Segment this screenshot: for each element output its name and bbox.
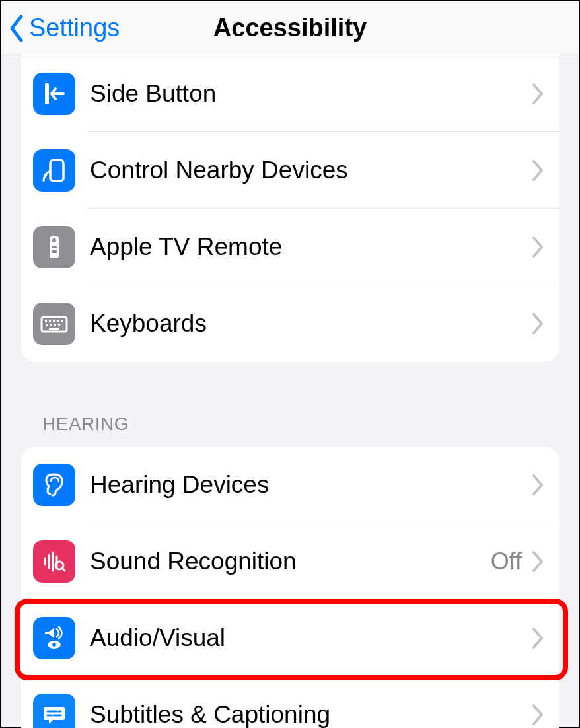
ear-icon bbox=[33, 464, 75, 506]
row-side-button[interactable]: Side Button bbox=[21, 55, 559, 132]
svg-rect-1 bbox=[50, 160, 63, 181]
svg-rect-10 bbox=[57, 320, 59, 322]
back-button[interactable]: Settings bbox=[1, 14, 120, 42]
chevron-right-icon bbox=[531, 312, 544, 335]
svg-point-24 bbox=[52, 643, 56, 647]
back-label: Settings bbox=[29, 14, 120, 42]
svg-line-22 bbox=[62, 568, 65, 571]
row-label: Control Nearby Devices bbox=[90, 157, 531, 184]
chevron-right-icon bbox=[531, 704, 544, 726]
settings-group-physical: Side Button Control Nearby Devices bbox=[21, 55, 559, 362]
row-label: Side Button bbox=[90, 80, 531, 108]
subtitles-icon bbox=[33, 694, 75, 728]
row-subtitles-captioning[interactable]: Subtitles & Captioning bbox=[21, 676, 559, 728]
row-label: Apple TV Remote bbox=[90, 233, 531, 261]
nearby-devices-icon bbox=[33, 149, 75, 192]
row-apple-tv-remote[interactable]: Apple TV Remote bbox=[21, 209, 559, 285]
chevron-right-icon bbox=[531, 83, 544, 105]
chevron-right-icon bbox=[531, 550, 544, 573]
audio-visual-icon bbox=[33, 617, 75, 659]
chevron-left-icon bbox=[8, 15, 25, 42]
svg-rect-16 bbox=[49, 328, 59, 330]
row-audio-visual[interactable]: Audio/Visual bbox=[21, 600, 559, 676]
row-value: Off bbox=[491, 548, 522, 575]
svg-rect-14 bbox=[54, 324, 56, 326]
svg-rect-8 bbox=[49, 320, 51, 322]
svg-rect-7 bbox=[45, 320, 47, 322]
row-label: Keyboards bbox=[90, 310, 531, 338]
svg-rect-4 bbox=[52, 246, 57, 248]
svg-point-3 bbox=[52, 238, 56, 242]
tv-remote-icon bbox=[33, 226, 75, 268]
row-label: Audio/Visual bbox=[90, 624, 531, 652]
svg-rect-9 bbox=[53, 320, 55, 322]
section-header-hearing: HEARING bbox=[1, 362, 579, 447]
svg-rect-15 bbox=[58, 324, 60, 326]
nav-bar: Settings Accessibility bbox=[1, 1, 579, 55]
svg-rect-11 bbox=[61, 320, 63, 322]
row-label: Sound Recognition bbox=[90, 548, 491, 575]
row-sound-recognition[interactable]: Sound Recognition Off bbox=[21, 523, 559, 600]
chevron-right-icon bbox=[531, 159, 544, 182]
row-keyboards[interactable]: Keyboards bbox=[21, 285, 559, 362]
row-hearing-devices[interactable]: Hearing Devices bbox=[21, 447, 559, 523]
svg-rect-12 bbox=[46, 324, 48, 326]
sound-recognition-icon bbox=[33, 540, 75, 583]
chevron-right-icon bbox=[531, 236, 544, 258]
svg-rect-5 bbox=[52, 250, 57, 253]
svg-rect-13 bbox=[50, 324, 52, 326]
settings-group-hearing: Hearing Devices Sound Recognition O bbox=[21, 447, 559, 728]
row-label: Subtitles & Captioning bbox=[90, 701, 531, 728]
svg-rect-0 bbox=[45, 83, 49, 104]
side-button-icon bbox=[33, 73, 75, 115]
row-label: Hearing Devices bbox=[90, 471, 531, 499]
chevron-right-icon bbox=[531, 474, 544, 496]
row-control-nearby-devices[interactable]: Control Nearby Devices bbox=[21, 132, 559, 209]
keyboard-icon bbox=[33, 303, 75, 345]
chevron-right-icon bbox=[531, 627, 544, 649]
